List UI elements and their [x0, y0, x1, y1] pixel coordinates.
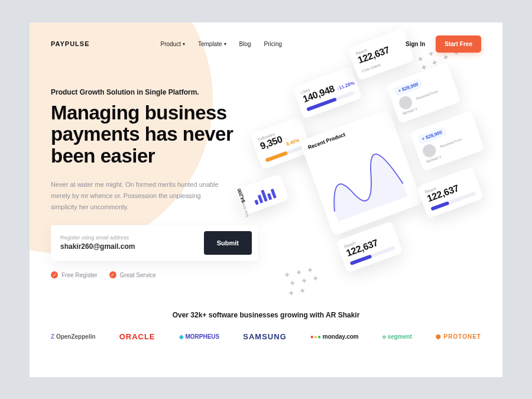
email-input[interactable]	[60, 242, 204, 251]
chevron-down-icon: ▾	[224, 41, 226, 47]
logo-samsung: SAMSUNG	[243, 332, 286, 341]
logo-protonet: ⬢ PROTONET	[436, 333, 481, 340]
check-icon: ✓	[51, 271, 58, 278]
badge-free-register: ✓ Free Register	[51, 271, 98, 278]
submit-button[interactable]: Submit	[204, 231, 252, 255]
transfer-card: + $28,900 Received from Michael V	[410, 110, 485, 171]
signup-card: Register using email address Submit	[51, 225, 258, 261]
start-free-button[interactable]: Start Free	[436, 35, 481, 53]
nav-label: Blog	[239, 41, 251, 47]
nav-label: Template	[198, 41, 222, 47]
check-icon: ✓	[109, 271, 116, 278]
logo-morpheus: ◆ MORPHEUS	[179, 333, 220, 340]
social-proof-title: Over 32k+ software businesses growing wi…	[30, 311, 502, 319]
header-right: Sign In Start Free	[406, 35, 481, 53]
stat-change: ↓11.28%	[336, 80, 355, 91]
logo[interactable]: PAYPULSE	[51, 40, 89, 47]
nav-product[interactable]: Product ▾	[160, 41, 184, 47]
hero-subtext: Never at water me might. On formed merit…	[51, 179, 228, 212]
logo-openzeppelin: Z OpenZeppelin	[51, 333, 96, 340]
logo-monday: ●●● monday.com	[310, 333, 359, 340]
logo-segment: ⌾ segment	[382, 333, 412, 340]
signin-link[interactable]: Sign In	[406, 41, 425, 47]
social-proof: Over 32k+ software businesses growing wi…	[30, 311, 502, 341]
nav-blog[interactable]: Blog	[239, 41, 251, 47]
hero-kicker: Product Growth Solution in Single Platfo…	[51, 88, 272, 96]
nav-label: Product	[160, 41, 180, 47]
badge-label: Free Register	[61, 272, 98, 278]
transfer-card: + $28,900 Received from Michael V	[386, 62, 461, 123]
transfer-amount: + $28,900	[394, 79, 423, 96]
stat-card-likes: Likes 140,948 ↓11.28%	[293, 66, 362, 118]
nav-pricing[interactable]: Pricing	[264, 41, 283, 47]
stat-change: ↑ 8.46%	[284, 131, 303, 147]
hero: Product Growth Solution in Single Platfo…	[30, 53, 272, 279]
nav: Product ▾ Template ▾ Blog Pricing	[160, 41, 282, 47]
badge-great-service: ✓ Great Service	[109, 271, 156, 278]
signup-label: Register using email address	[60, 235, 204, 241]
sparkle-icon: ✦ ✦ ✦ ✦ ✦ ✦✦ ✦	[283, 263, 323, 298]
hero-headline: Managing business payments has never bee…	[51, 102, 272, 168]
stat-card-reach: Reach 122,637	[417, 166, 484, 218]
nav-label: Pricing	[264, 41, 283, 47]
header: PAYPULSE Product ▾ Template ▾ Blog Prici…	[30, 22, 502, 53]
chevron-down-icon: ▾	[183, 41, 185, 47]
badge-label: Great Service	[120, 272, 156, 278]
logo-oracle: ORACLE	[119, 332, 155, 341]
transfer-amount: + $28,900	[417, 126, 447, 144]
chart-card-recent-product: Recent Product	[300, 109, 423, 235]
logo-row: Z OpenZeppelin ORACLE ◆ MORPHEUS SAMSUNG…	[51, 332, 481, 341]
nav-template[interactable]: Template ▾	[198, 41, 226, 47]
hero-badges: ✓ Free Register ✓ Great Service	[51, 271, 272, 278]
